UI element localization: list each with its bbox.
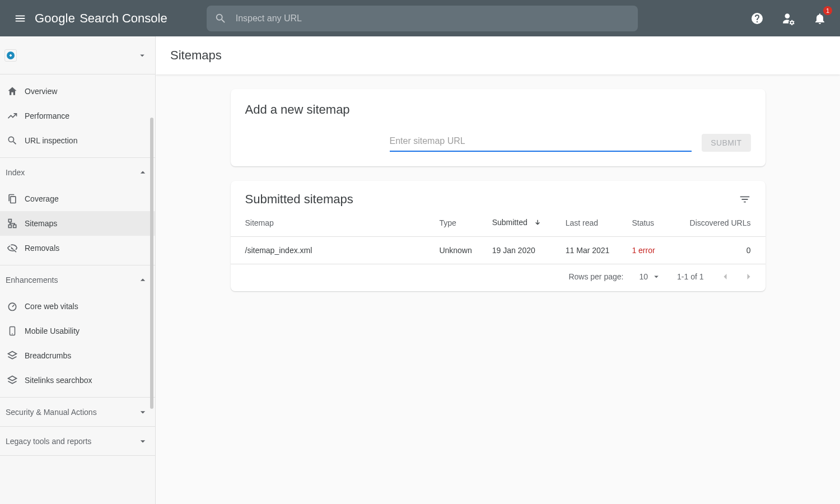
sidebar-group-index[interactable]: Index bbox=[0, 157, 155, 186]
sidebar-item-label: Coverage bbox=[25, 194, 59, 203]
help-button[interactable] bbox=[746, 7, 768, 30]
home-icon bbox=[6, 85, 19, 98]
chevron-down-icon bbox=[651, 272, 661, 282]
col-last-read[interactable]: Last read bbox=[560, 209, 627, 237]
pagination-range: 1-1 of 1 bbox=[677, 272, 703, 281]
page-title: Sitemaps bbox=[156, 36, 840, 74]
sitemaps-table: Sitemap Type Submitted Last read Status … bbox=[231, 209, 766, 264]
rows-per-page-label: Rows per page: bbox=[568, 272, 623, 281]
sitemap-url-input[interactable] bbox=[390, 134, 692, 152]
sidebar-item-label: Overview bbox=[25, 87, 57, 96]
sidebar-item-mobile-usability[interactable]: Mobile Usability bbox=[0, 319, 155, 343]
cell-status: 1 error bbox=[626, 237, 668, 264]
chevron-down-icon bbox=[137, 50, 147, 60]
sidebar-group-security[interactable]: Security & Manual Actions bbox=[0, 397, 155, 426]
sidebar-item-label: Sitelinks searchbox bbox=[25, 376, 92, 385]
trend-icon bbox=[6, 109, 19, 123]
cell-last-read: 11 Mar 2021 bbox=[560, 237, 627, 264]
sidebar-item-core-web-vitals[interactable]: Core web vitals bbox=[0, 294, 155, 319]
help-icon bbox=[750, 12, 764, 25]
search-icon bbox=[214, 12, 227, 25]
notifications-badge: 1 bbox=[823, 6, 832, 15]
menu-icon bbox=[14, 12, 26, 25]
sidebar-group-legacy[interactable]: Legacy tools and reports bbox=[0, 426, 155, 455]
chevron-down-icon bbox=[137, 436, 148, 447]
cell-submitted: 19 Jan 2020 bbox=[487, 237, 560, 264]
header-search[interactable] bbox=[207, 6, 638, 31]
sidebar-item-label: Removals bbox=[25, 244, 59, 253]
sidebar-item-label: Mobile Usability bbox=[25, 326, 80, 335]
property-favicon bbox=[4, 49, 17, 62]
col-status[interactable]: Status bbox=[626, 209, 668, 237]
sidebar-group-label: Legacy tools and reports bbox=[6, 437, 91, 446]
search-input[interactable] bbox=[235, 13, 630, 24]
main-content: Sitemaps Add a new sitemap SUBMIT Submit… bbox=[156, 36, 840, 504]
col-discovered[interactable]: Discovered URLs bbox=[668, 209, 765, 237]
arrow-down-icon bbox=[533, 218, 542, 227]
chevron-down-icon bbox=[137, 407, 148, 418]
sitemap-icon bbox=[6, 217, 19, 230]
account-settings-button[interactable] bbox=[777, 7, 800, 30]
filter-button[interactable] bbox=[739, 193, 751, 206]
cell-type: Unknown bbox=[433, 237, 486, 264]
next-page-button[interactable] bbox=[743, 271, 754, 282]
add-sitemap-card: Add a new sitemap SUBMIT bbox=[231, 89, 766, 166]
prev-page-button[interactable] bbox=[720, 271, 731, 282]
sidebar-item-coverage[interactable]: Coverage bbox=[0, 186, 155, 211]
search-icon bbox=[6, 134, 19, 147]
notifications-button[interactable]: 1 bbox=[809, 7, 831, 30]
table-footer: Rows per page: 10 1-1 of 1 bbox=[231, 264, 766, 291]
brand-google: Google bbox=[35, 11, 75, 26]
sidebar-item-removals[interactable]: Removals bbox=[0, 236, 155, 260]
table-row[interactable]: /sitemap_index.xml Unknown 19 Jan 2020 1… bbox=[231, 237, 766, 264]
hamburger-menu[interactable] bbox=[9, 7, 31, 30]
svg-rect-2 bbox=[8, 225, 11, 228]
property-selector[interactable] bbox=[0, 36, 155, 74]
sidebar-item-sitemaps[interactable]: Sitemaps bbox=[0, 211, 155, 236]
svg-rect-1 bbox=[8, 220, 11, 222]
visibility-off-icon bbox=[6, 241, 19, 255]
brand[interactable]: Google Search Console bbox=[35, 11, 167, 26]
filter-icon bbox=[739, 193, 751, 206]
submitted-sitemaps-title: Submitted sitemaps bbox=[245, 192, 353, 207]
svg-rect-0 bbox=[11, 197, 16, 203]
sidebar-item-performance[interactable]: Performance bbox=[0, 104, 155, 128]
chevron-up-icon bbox=[137, 167, 148, 178]
svg-marker-7 bbox=[8, 352, 17, 356]
sidebar-group-label: Index bbox=[6, 168, 25, 177]
layers-icon bbox=[6, 374, 19, 387]
sidebar-item-breadcrumbs[interactable]: Breadcrumbs bbox=[0, 343, 155, 368]
copy-icon bbox=[6, 192, 19, 206]
sidebar-item-overview[interactable]: Overview bbox=[0, 79, 155, 104]
speed-icon bbox=[6, 300, 19, 313]
svg-marker-8 bbox=[8, 376, 17, 381]
col-submitted-label: Submitted bbox=[492, 218, 528, 227]
sidebar-item-label: Sitemaps bbox=[25, 219, 57, 228]
col-sitemap[interactable]: Sitemap bbox=[231, 209, 434, 237]
sidebar-group-enhancements[interactable]: Enhancements bbox=[0, 265, 155, 294]
mobile-icon bbox=[6, 324, 19, 338]
sidebar-scrollbar[interactable] bbox=[150, 118, 153, 409]
sidebar-group-label: Enhancements bbox=[6, 276, 58, 284]
sidebar-item-label: Core web vitals bbox=[25, 302, 78, 311]
sidebar-item-label: URL inspection bbox=[25, 136, 77, 145]
sidebar-item-url-inspection[interactable]: URL inspection bbox=[0, 128, 155, 153]
rows-per-page-value: 10 bbox=[639, 272, 648, 281]
col-submitted[interactable]: Submitted bbox=[487, 209, 560, 237]
submit-button[interactable]: SUBMIT bbox=[702, 134, 750, 152]
sidebar-item-label: Performance bbox=[25, 111, 69, 120]
brand-search-console: Search Console bbox=[80, 11, 167, 26]
chevron-up-icon bbox=[137, 274, 148, 286]
col-type[interactable]: Type bbox=[433, 209, 486, 237]
cell-discovered: 0 bbox=[668, 237, 765, 264]
svg-point-4 bbox=[8, 303, 16, 310]
sidebar-item-label: Breadcrumbs bbox=[25, 351, 71, 360]
submitted-sitemaps-card: Submitted sitemaps Sitemap Type Submitte… bbox=[231, 181, 766, 291]
rows-per-page-select[interactable]: 10 bbox=[639, 272, 661, 282]
sidebar-item-sitelinks-searchbox[interactable]: Sitelinks searchbox bbox=[0, 368, 155, 393]
wordpress-icon bbox=[7, 52, 15, 59]
person-gear-icon bbox=[781, 11, 796, 26]
add-sitemap-title: Add a new sitemap bbox=[245, 102, 751, 117]
sidebar-group-label: Security & Manual Actions bbox=[6, 408, 97, 417]
app-header: Google Search Console 1 bbox=[0, 0, 840, 36]
